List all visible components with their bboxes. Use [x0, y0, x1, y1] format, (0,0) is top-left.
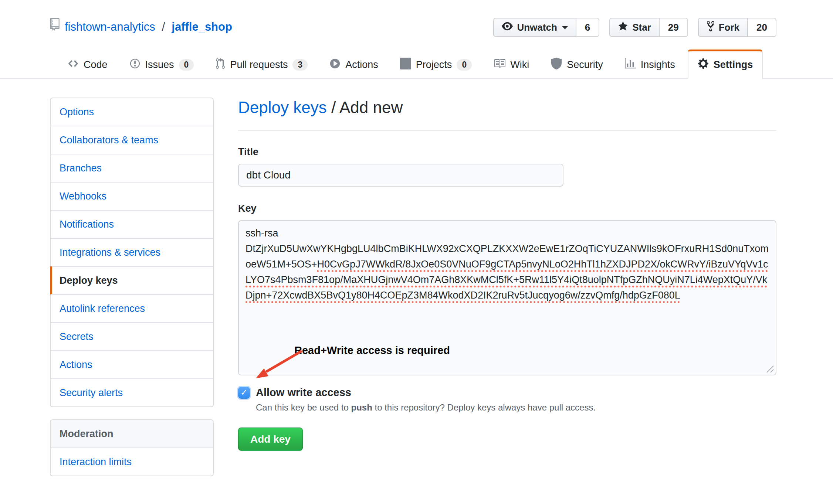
- allow-write-access-description: Can this key be used to push to this rep…: [256, 402, 776, 413]
- title-field-label: Title: [238, 146, 776, 158]
- moderation-menu: Moderation Interaction limits: [50, 419, 214, 476]
- repo-title: fishtown-analytics / jaffle_shop: [50, 18, 232, 36]
- sidebar-item-collaborators-teams[interactable]: Collaborators & teams: [51, 126, 213, 154]
- sidebar-item-deploy-keys[interactable]: Deploy keys: [51, 266, 213, 294]
- stars-count[interactable]: 29: [660, 18, 688, 37]
- tab-projects-label: Projects: [416, 59, 452, 71]
- sidebar-item-integrations-services[interactable]: Integrations & services: [51, 238, 213, 266]
- book-icon: [494, 58, 505, 72]
- fork-button[interactable]: Fork: [698, 18, 748, 37]
- tab-security-label: Security: [567, 59, 603, 71]
- sidebar-item-webhooks[interactable]: Webhooks: [51, 182, 213, 210]
- moderation-header: Moderation: [51, 420, 213, 448]
- tab-wiki[interactable]: Wiki: [484, 50, 538, 79]
- fork-label: Fork: [719, 22, 739, 33]
- caret-down-icon: [562, 26, 568, 32]
- shield-icon: [551, 58, 562, 72]
- repo-actions: Unwatch 6 Star 29 Fork 20: [493, 18, 776, 37]
- tab-settings[interactable]: Settings: [688, 50, 763, 79]
- code-icon: [68, 58, 79, 72]
- sidebar-item-security-alerts[interactable]: Security alerts: [51, 378, 213, 406]
- sidebar-item-autolink-references[interactable]: Autolink references: [51, 294, 213, 322]
- sidebar-item-options[interactable]: Options: [51, 98, 213, 126]
- watchers-count[interactable]: 6: [576, 18, 599, 37]
- star-button-group: Star 29: [609, 18, 688, 37]
- repo-header: fishtown-analytics / jaffle_shop Unwatch…: [0, 0, 833, 37]
- textarea-resize-handle[interactable]: [765, 364, 774, 373]
- repo-separator: /: [162, 18, 165, 36]
- eye-icon: [502, 21, 513, 34]
- unwatch-label: Unwatch: [517, 22, 557, 33]
- tab-actions[interactable]: Actions: [320, 50, 387, 79]
- title-input[interactable]: [238, 164, 563, 187]
- fork-button-group: Fork 20: [698, 18, 776, 37]
- unwatch-button[interactable]: Unwatch: [493, 18, 576, 37]
- settings-menu: Options Collaborators & teams Branches W…: [50, 98, 214, 407]
- star-icon: [618, 21, 628, 34]
- pull-requests-count-badge: 3: [292, 59, 308, 71]
- repo-owner-link[interactable]: fishtown-analytics: [65, 18, 155, 36]
- add-deploy-key-form: Title Key ssh-rsa DtZjrXuD5UwXwYKHgbgLU4…: [238, 146, 776, 451]
- breadcrumb-current: Add new: [339, 98, 403, 116]
- gear-icon: [698, 58, 709, 72]
- tab-issues-label: Issues: [145, 59, 174, 71]
- forks-count[interactable]: 20: [748, 18, 776, 37]
- tab-wiki-label: Wiki: [510, 59, 529, 71]
- project-icon: [400, 58, 411, 72]
- tab-insights[interactable]: Insights: [616, 50, 684, 79]
- issue-opened-icon: [129, 58, 140, 72]
- breadcrumb-separator: /: [327, 98, 339, 116]
- tab-code-label: Code: [84, 59, 108, 71]
- main-content: Deploy keys / Add new Title Key ssh-rsa …: [238, 98, 776, 451]
- star-button[interactable]: Star: [609, 18, 660, 37]
- allow-write-access-label[interactable]: Allow write access: [256, 386, 351, 399]
- fork-icon: [707, 20, 715, 35]
- play-icon: [329, 58, 341, 72]
- tab-projects[interactable]: Projects 0: [391, 50, 481, 79]
- tab-pull-requests[interactable]: Pull requests 3: [206, 50, 317, 79]
- sidebar-item-branches[interactable]: Branches: [51, 154, 213, 182]
- tab-code[interactable]: Code: [58, 50, 117, 79]
- issues-count-badge: 0: [179, 59, 194, 71]
- add-key-button[interactable]: Add key: [238, 428, 303, 451]
- pull-request-icon: [216, 58, 225, 72]
- sidebar-item-actions[interactable]: Actions: [51, 350, 213, 378]
- tab-pull-requests-label: Pull requests: [230, 59, 288, 71]
- allow-write-access-checkbox[interactable]: [238, 387, 250, 399]
- repo-name-link[interactable]: jaffle_shop: [172, 18, 232, 36]
- key-textarea[interactable]: ssh-rsa DtZjrXuD5UwXwYKHgbgLU4lbCmBiKHLW…: [238, 220, 776, 375]
- deploy-keys-breadcrumb-link[interactable]: Deploy keys: [238, 98, 327, 116]
- key-field-label: Key: [238, 203, 776, 214]
- sidebar-item-interaction-limits[interactable]: Interaction limits: [51, 448, 213, 476]
- projects-count-badge: 0: [457, 59, 472, 71]
- tab-actions-label: Actions: [345, 59, 378, 71]
- graph-icon: [625, 58, 636, 72]
- repo-nav: Code Issues 0 Pull requests 3 Actions Pr…: [0, 50, 833, 79]
- page-title: Deploy keys / Add new: [238, 98, 776, 131]
- repo-icon: [50, 18, 60, 36]
- tab-insights-label: Insights: [641, 59, 675, 71]
- star-label: Star: [632, 22, 651, 33]
- watch-button-group: Unwatch 6: [493, 18, 599, 37]
- sidebar-item-secrets[interactable]: Secrets: [51, 322, 213, 350]
- tab-settings-label: Settings: [714, 59, 753, 71]
- sidebar-item-notifications[interactable]: Notifications: [51, 210, 213, 238]
- settings-sidebar: Options Collaborators & teams Branches W…: [50, 98, 214, 476]
- tab-issues[interactable]: Issues 0: [120, 50, 203, 79]
- tab-security[interactable]: Security: [542, 50, 612, 79]
- key-text-misspelled: H0CvGpJ7WWkdR/8JxOe0S0VNuOF9gCTAp5nvyNLo…: [246, 259, 768, 301]
